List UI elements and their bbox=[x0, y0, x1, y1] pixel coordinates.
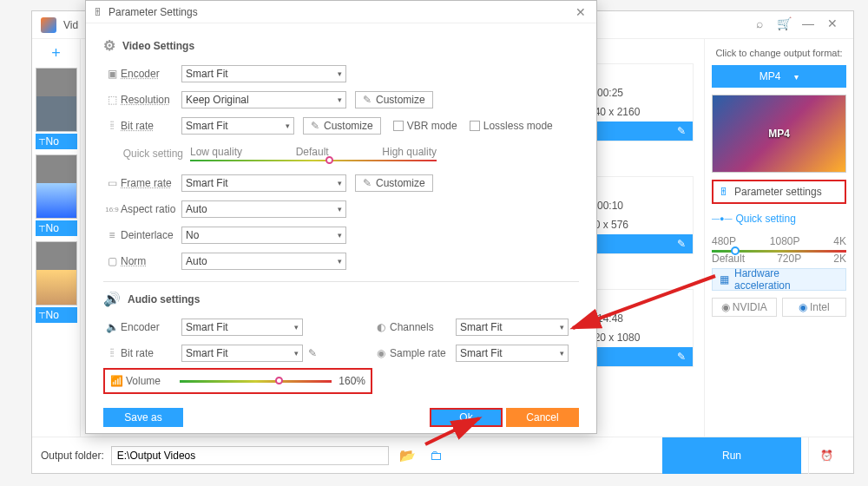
aspect-label: Aspect ratio bbox=[121, 203, 181, 215]
format-hint: Click to change output format: bbox=[712, 48, 846, 58]
thumb-1-label[interactable]: ⊤ No bbox=[36, 134, 77, 149]
pencil-icon: ✎ bbox=[363, 94, 372, 106]
video-settings-header: ⚙Video Settings bbox=[103, 37, 579, 54]
video-framerate-select[interactable]: Smart Fit bbox=[181, 174, 346, 192]
bitrate-label: Bit rate bbox=[121, 120, 181, 132]
hardware-accel-button[interactable]: ▦Hardware acceleration bbox=[712, 268, 846, 291]
sliders-icon: 🎚 bbox=[719, 186, 729, 198]
add-button[interactable]: + bbox=[51, 44, 61, 62]
thumb-3[interactable] bbox=[36, 241, 77, 305]
volume-row: 📶 Volume 160% bbox=[103, 368, 372, 394]
samplerate-label: Sample rate bbox=[390, 347, 456, 359]
browse-folder-icon[interactable]: 📂 bbox=[396, 448, 419, 463]
left-sidebar: + ⊤ No ⊤ No ⊤ No bbox=[32, 39, 81, 437]
video-encoder-select[interactable]: Smart Fit bbox=[181, 65, 346, 82]
cancel-button[interactable]: Cancel bbox=[506, 408, 579, 427]
video-resolution-select[interactable]: Keep Original bbox=[181, 91, 346, 108]
format-dropdown[interactable]: MP4 bbox=[712, 65, 846, 88]
minimize-button[interactable]: — bbox=[796, 16, 820, 34]
resolution-customize-button[interactable]: ✎Customize bbox=[355, 91, 433, 108]
audio-channels-select[interactable]: Smart Fit bbox=[456, 319, 569, 336]
encoder-icon: ▣ bbox=[103, 68, 121, 80]
encoder-label: Encoder bbox=[121, 68, 181, 80]
framerate-icon: ▭ bbox=[103, 177, 121, 189]
parameter-settings-button[interactable]: 🎚 Parameter settings bbox=[712, 180, 846, 204]
volume-slider[interactable] bbox=[180, 380, 332, 383]
nvidia-button[interactable]: ◉NVIDIA bbox=[712, 298, 777, 317]
schedule-icon[interactable]: ⏰ bbox=[808, 437, 845, 474]
output-folder-input[interactable] bbox=[111, 446, 389, 465]
gear-icon: ⚙ bbox=[103, 37, 115, 54]
audio-settings-header: 🔊Audio settings bbox=[103, 291, 579, 307]
resolution-icon: ⬚ bbox=[103, 94, 121, 106]
clip-card-3: ✕ 0:14:48 920 x 1080 ✎ bbox=[582, 289, 694, 367]
quick-setting-label: Quick setting bbox=[712, 213, 846, 225]
cart-icon[interactable]: 🛒 bbox=[772, 16, 796, 34]
video-bitrate-select[interactable]: Smart Fit bbox=[181, 117, 294, 135]
intel-icon: ◉ bbox=[799, 301, 807, 313]
video-norm-select[interactable]: Auto bbox=[181, 253, 346, 270]
framerate-customize-button[interactable]: ✎Customize bbox=[355, 174, 433, 192]
modal-title: Parameter Settings bbox=[108, 6, 198, 18]
samplerate-icon: ◉ bbox=[372, 347, 390, 359]
norm-icon: ▢ bbox=[103, 255, 121, 267]
vbr-checkbox[interactable]: VBR mode bbox=[393, 120, 457, 132]
open-folder-icon[interactable]: 🗀 bbox=[426, 448, 446, 463]
thumb-2-label[interactable]: ⊤ No bbox=[36, 220, 77, 236]
run-button[interactable]: Run bbox=[662, 437, 801, 474]
audio-bitrate-select[interactable]: Smart Fit bbox=[181, 345, 303, 362]
output-folder-label: Output folder: bbox=[41, 450, 104, 462]
modal-titlebar: 🎚 Parameter Settings ✕ bbox=[86, 1, 596, 23]
save-as-button[interactable]: Save as bbox=[103, 408, 183, 427]
resolution-label: Resolution bbox=[121, 94, 181, 106]
parameter-settings-modal: 🎚 Parameter Settings ✕ ⚙Video Settings ▣… bbox=[85, 0, 597, 434]
thumb-3-label[interactable]: ⊤ No bbox=[36, 307, 77, 323]
norm-label: Norm bbox=[121, 255, 181, 267]
clip-card-2: ✕ 0:00:10 20 x 576 ✎ bbox=[582, 176, 694, 254]
card-close-3[interactable]: ✕ bbox=[583, 290, 693, 309]
app-title: Vid bbox=[63, 19, 78, 31]
card-edit-3[interactable]: ✎ bbox=[583, 347, 693, 366]
audio-bitrate-label: Bit rate bbox=[121, 347, 181, 359]
pencil-icon: ✎ bbox=[363, 177, 372, 189]
speaker-gear-icon: 🔊 bbox=[103, 291, 121, 307]
nvidia-icon: ◉ bbox=[721, 301, 730, 313]
close-button[interactable]: ✕ bbox=[820, 16, 845, 34]
thumb-1[interactable] bbox=[36, 68, 77, 132]
search-icon[interactable]: ⌕ bbox=[747, 16, 772, 34]
volume-label: Volume bbox=[126, 375, 173, 387]
deinterlace-icon: ≡ bbox=[103, 229, 121, 241]
pencil-icon: ✎ bbox=[311, 120, 319, 132]
card-close-2[interactable]: ✕ bbox=[583, 177, 693, 196]
volume-icon: 📶 bbox=[110, 375, 126, 387]
volume-value: 160% bbox=[339, 375, 365, 387]
channels-icon: ◐ bbox=[372, 321, 390, 333]
aspect-icon: 16:9 bbox=[103, 206, 121, 213]
card-edit-2[interactable]: ✎ bbox=[583, 234, 693, 253]
lossless-checkbox[interactable]: Lossless mode bbox=[470, 120, 553, 132]
video-deinterlace-select[interactable]: No bbox=[181, 227, 346, 244]
card-edit-1[interactable]: ✎ bbox=[583, 122, 693, 141]
card-close-1[interactable]: ✕ bbox=[583, 64, 693, 83]
format-preview[interactable]: MP4 bbox=[712, 95, 846, 173]
bitrate-icon: ⦙⦙ bbox=[103, 120, 121, 132]
audio-samplerate-select[interactable]: Smart Fit bbox=[456, 345, 569, 362]
ok-button[interactable]: Ok bbox=[430, 408, 503, 427]
pencil-icon[interactable]: ✎ bbox=[308, 347, 317, 359]
audio-encoder-select[interactable]: Smart Fit bbox=[181, 319, 303, 336]
audio-bitrate-icon: ⦙⦙ bbox=[103, 347, 121, 359]
video-aspect-select[interactable]: Auto bbox=[181, 200, 346, 218]
bottom-bar: Output folder: 📂 🗀 Run ⏰ bbox=[32, 437, 853, 473]
intel-button[interactable]: ◉Intel bbox=[782, 298, 847, 317]
thumb-2[interactable] bbox=[36, 154, 77, 219]
right-panel: Click to change output format: MP4 MP4 🎚… bbox=[704, 39, 853, 437]
chip-icon: ▦ bbox=[720, 273, 729, 286]
bitrate-customize-button[interactable]: ✎Customize bbox=[303, 117, 381, 135]
sliders-icon: 🎚 bbox=[93, 6, 103, 18]
quick-setting-slider[interactable]: 480P1080P4K Default720P2K bbox=[712, 235, 846, 261]
modal-close-button[interactable]: ✕ bbox=[572, 5, 589, 19]
channels-label: Channels bbox=[390, 321, 456, 333]
clip-card-1: ✕ 0:00:25 840 x 2160 ✎ bbox=[582, 63, 694, 141]
video-quality-slider[interactable]: Low qualityDefaultHigh quality bbox=[190, 146, 437, 161]
audio-encoder-label: Encoder bbox=[121, 321, 181, 333]
